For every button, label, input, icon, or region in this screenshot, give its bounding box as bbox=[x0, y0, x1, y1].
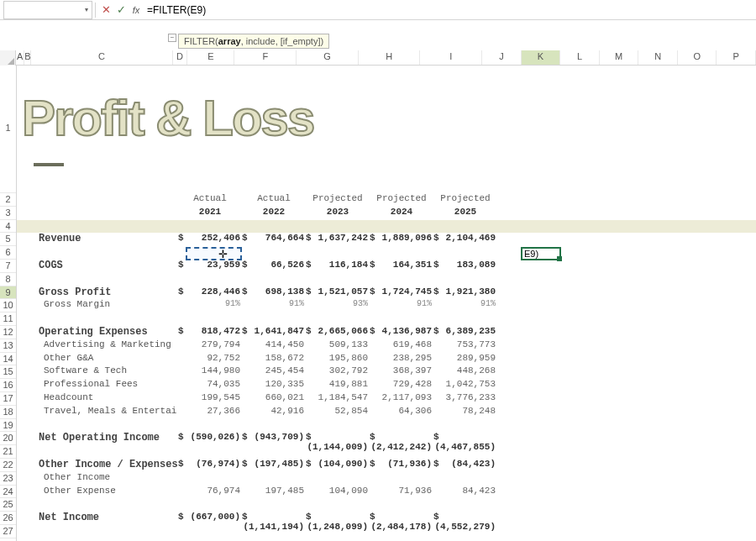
active-cell[interactable]: E9) bbox=[521, 247, 561, 260]
row-label[interactable]: Revenue bbox=[32, 233, 178, 246]
value-cell[interactable]: 74,035 bbox=[178, 379, 242, 392]
name-box[interactable]: ▾ bbox=[3, 1, 92, 19]
row-header[interactable]: 26 bbox=[0, 512, 16, 525]
row-header[interactable]: 12 bbox=[0, 326, 16, 339]
row-label[interactable]: Operating Expenses bbox=[32, 326, 178, 339]
value-cell[interactable]: 419,881 bbox=[306, 379, 370, 392]
value-cell[interactable]: 84,423 bbox=[433, 486, 497, 499]
row-header[interactable]: 21 bbox=[0, 445, 16, 459]
row-label[interactable]: Advertising & Marketing bbox=[32, 339, 178, 353]
value-cell[interactable]: $116,184 bbox=[306, 260, 370, 273]
row-header[interactable]: 6 bbox=[0, 246, 16, 260]
col-header[interactable]: A bbox=[16, 50, 24, 65]
value-cell[interactable]: 245,454 bbox=[242, 365, 306, 379]
value-cell[interactable]: $(1,141,194) bbox=[242, 512, 306, 525]
row-header[interactable]: 11 bbox=[0, 313, 16, 326]
value-cell[interactable]: $(197,485) bbox=[242, 459, 306, 472]
value-cell[interactable]: 729,428 bbox=[370, 379, 433, 392]
value-cell[interactable]: 104,090 bbox=[306, 486, 370, 499]
row-label[interactable]: COGS bbox=[32, 260, 178, 273]
col-header[interactable]: F bbox=[234, 50, 297, 65]
value-cell[interactable]: $1,637,242 bbox=[306, 233, 370, 246]
select-all-corner[interactable] bbox=[0, 50, 16, 66]
row-header[interactable]: 20 bbox=[0, 432, 16, 445]
row-label[interactable]: Other Income bbox=[32, 472, 178, 486]
row-label[interactable]: Gross Margin bbox=[32, 299, 178, 313]
value-cell[interactable]: $1,521,057 bbox=[306, 286, 370, 300]
value-cell[interactable]: $(1,144,009) bbox=[306, 432, 370, 445]
value-cell[interactable]: 289,959 bbox=[433, 353, 497, 366]
value-cell[interactable]: $183,089 bbox=[433, 260, 497, 273]
value-cell[interactable]: 619,468 bbox=[370, 339, 433, 353]
sheet-area[interactable]: Profit & Loss Actual Actual Projected Pr… bbox=[17, 66, 756, 541]
col-header[interactable]: H bbox=[359, 50, 421, 65]
row-header[interactable]: 19 bbox=[0, 419, 16, 433]
value-cell[interactable]: $1,889,096 bbox=[370, 233, 433, 246]
value-cell[interactable]: $(4,467,855) bbox=[433, 432, 497, 445]
value-cell[interactable]: $6,389,235 bbox=[433, 326, 497, 339]
value-cell[interactable]: 144,980 bbox=[178, 365, 242, 379]
value-cell[interactable]: 279,794 bbox=[178, 339, 242, 353]
row-header[interactable]: 18 bbox=[0, 406, 16, 419]
value-cell[interactable]: $(76,974) bbox=[178, 459, 242, 472]
chevron-down-icon[interactable]: ▾ bbox=[85, 6, 88, 13]
value-cell[interactable]: 3,776,233 bbox=[433, 392, 497, 406]
value-cell[interactable]: 2,117,093 bbox=[370, 392, 433, 406]
value-cell[interactable]: 199,545 bbox=[178, 392, 242, 406]
value-cell[interactable]: $23,959 bbox=[178, 260, 242, 273]
value-cell[interactable]: 91% bbox=[433, 299, 497, 313]
value-cell[interactable]: 195,860 bbox=[306, 353, 370, 366]
row-label[interactable]: Other G&A bbox=[32, 353, 178, 366]
value-cell[interactable]: 76,974 bbox=[178, 486, 242, 499]
row-header[interactable]: 2 bbox=[0, 193, 16, 207]
value-cell[interactable]: 414,450 bbox=[242, 339, 306, 353]
col-header[interactable]: G bbox=[297, 50, 359, 65]
row-header[interactable]: 10 bbox=[0, 299, 16, 313]
value-cell[interactable]: 91% bbox=[178, 299, 242, 313]
col-header[interactable]: C bbox=[31, 50, 173, 65]
row-header[interactable]: 13 bbox=[0, 339, 16, 353]
row-label[interactable]: Software & Tech bbox=[32, 365, 178, 379]
value-cell[interactable]: 448,268 bbox=[433, 365, 497, 379]
value-cell[interactable]: 238,295 bbox=[370, 353, 433, 366]
col-header[interactable]: E bbox=[187, 50, 234, 65]
row-header[interactable]: 24 bbox=[0, 486, 16, 499]
value-cell[interactable]: $(2,412,242) bbox=[370, 432, 433, 445]
col-header[interactable]: L bbox=[560, 50, 600, 65]
value-cell[interactable]: 1,184,547 bbox=[306, 392, 370, 406]
value-cell[interactable]: 509,133 bbox=[306, 339, 370, 353]
cancel-formula-button[interactable]: ✕ bbox=[98, 3, 113, 18]
value-cell[interactable]: $2,104,469 bbox=[433, 233, 497, 246]
col-header[interactable]: I bbox=[420, 50, 482, 65]
col-header[interactable]: P bbox=[717, 50, 756, 65]
value-cell[interactable]: 93% bbox=[306, 299, 370, 313]
value-cell[interactable]: 52,854 bbox=[306, 406, 370, 419]
row-header[interactable]: 23 bbox=[0, 472, 16, 486]
value-cell[interactable]: $1,641,847 bbox=[242, 326, 306, 339]
value-cell[interactable]: $252,406 bbox=[178, 233, 242, 246]
row-header[interactable]: 15 bbox=[0, 365, 16, 379]
value-cell[interactable]: $(104,090) bbox=[306, 459, 370, 472]
value-cell[interactable] bbox=[178, 472, 242, 486]
value-cell[interactable]: 64,306 bbox=[370, 406, 433, 419]
col-header[interactable]: K bbox=[522, 50, 561, 65]
value-cell[interactable]: $2,665,066 bbox=[306, 326, 370, 339]
value-cell[interactable]: $66,526 bbox=[242, 260, 306, 273]
value-cell[interactable]: 120,335 bbox=[242, 379, 306, 392]
row-label[interactable]: Other Income / Expenses bbox=[32, 459, 178, 472]
row-header[interactable]: 22 bbox=[0, 459, 16, 472]
row-header[interactable]: 9 bbox=[0, 286, 16, 300]
value-cell[interactable] bbox=[242, 472, 306, 486]
value-cell[interactable]: $4,136,987 bbox=[370, 326, 433, 339]
value-cell[interactable]: $1,724,745 bbox=[370, 286, 433, 300]
value-cell[interactable]: $(4,552,279) bbox=[433, 512, 497, 525]
value-cell[interactable]: 158,672 bbox=[242, 353, 306, 366]
value-cell[interactable]: $818,472 bbox=[178, 326, 242, 339]
formula-input[interactable]: =FILTER(E9) bbox=[144, 3, 756, 18]
value-cell[interactable]: 302,792 bbox=[306, 365, 370, 379]
col-header[interactable]: D bbox=[173, 50, 187, 65]
row-header[interactable]: 25 bbox=[0, 498, 16, 512]
row-header[interactable]: 27 bbox=[0, 525, 16, 538]
row-header[interactable]: 14 bbox=[0, 353, 16, 366]
col-header[interactable]: M bbox=[600, 50, 639, 65]
